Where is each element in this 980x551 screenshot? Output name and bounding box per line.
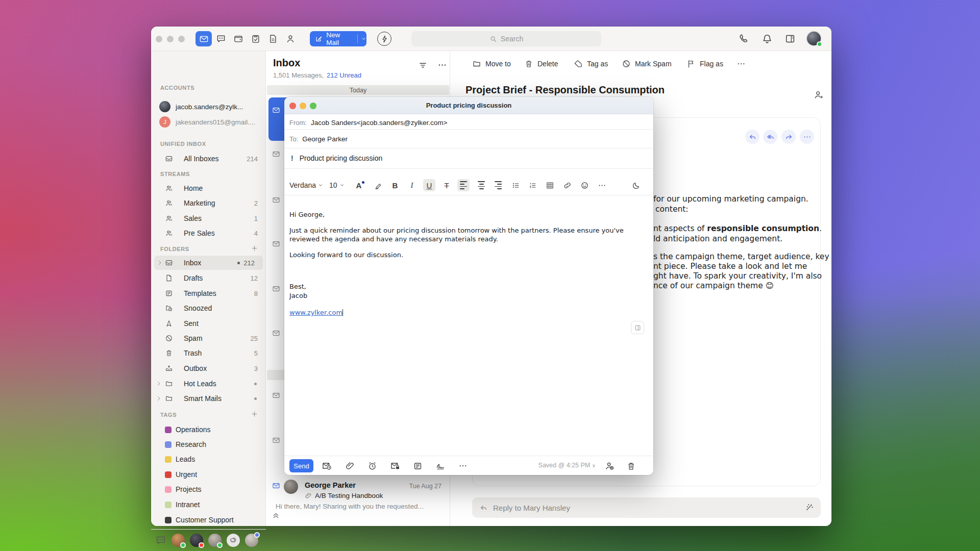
mail-icon[interactable] [272, 240, 280, 248]
sidebar-item-snoozed[interactable]: Snoozed [151, 302, 266, 315]
signature-button[interactable] [435, 460, 446, 471]
discard-draft-button[interactable] [625, 460, 636, 471]
mail-icon[interactable] [272, 196, 280, 204]
sidebar-item-marketing[interactable]: Marketing 2 [151, 196, 266, 210]
italic-button[interactable]: I [406, 179, 418, 191]
add-tag-button[interactable] [251, 410, 258, 418]
mail-icon[interactable] [272, 329, 280, 337]
signature-link[interactable]: www.zylker.com [289, 309, 342, 316]
notifications-button[interactable] [762, 33, 773, 44]
underline-button[interactable]: U [423, 179, 435, 191]
dock-avatar-3[interactable] [208, 534, 222, 547]
attachment-chip[interactable]: A/B Testing Handbook [305, 492, 383, 499]
tag-leads[interactable]: Leads [165, 453, 266, 466]
megaphone-dock-icon[interactable] [227, 534, 240, 547]
reading-pane-toggle-button[interactable] [785, 33, 796, 44]
chevron-down-icon[interactable] [361, 36, 366, 42]
wallet-tab-button[interactable] [232, 33, 244, 45]
quick-reply-input[interactable]: Reply to Mary Hansley [472, 497, 821, 518]
move-to-button[interactable]: Move to [472, 59, 511, 68]
secure-mail-button[interactable] [389, 460, 401, 471]
email-more-button[interactable] [800, 130, 814, 144]
font-family-select[interactable]: Verdana [289, 181, 323, 189]
documents-tab-button[interactable] [267, 33, 279, 45]
strikethrough-button[interactable]: T [440, 179, 453, 191]
tasks-tab-button[interactable] [250, 33, 262, 45]
contacts-tab-button[interactable] [284, 33, 297, 45]
priority-icon[interactable]: ! [291, 154, 293, 162]
chat-dock-icon[interactable] [155, 535, 166, 546]
sidebar-item-hot-leads[interactable]: Hot Leads [151, 377, 266, 390]
mail-icon[interactable] [272, 436, 280, 444]
emoji-button[interactable] [578, 179, 591, 191]
attach-file-button[interactable] [344, 460, 355, 471]
align-left-button[interactable] [457, 179, 470, 191]
sidebar-item-sales[interactable]: Sales 1 [151, 212, 266, 225]
minimize-window-button[interactable] [167, 36, 174, 42]
align-right-button[interactable] [492, 179, 504, 191]
zoom-compose-button[interactable] [310, 103, 316, 109]
collapse-button[interactable] [272, 511, 280, 519]
reply-button[interactable] [745, 130, 760, 144]
user-avatar[interactable] [807, 32, 821, 45]
tag-research[interactable]: Research [165, 438, 266, 451]
sidebar-item-pre-sales[interactable]: Pre Sales 4 [151, 227, 266, 240]
reminder-button[interactable] [366, 460, 378, 471]
to-row[interactable]: To: George Parker [289, 133, 348, 145]
chat-tab-button[interactable] [215, 33, 227, 45]
font-color-button[interactable]: A [354, 179, 366, 191]
sidebar-item-smart-mails[interactable]: Smart Mails [151, 392, 266, 405]
numbered-list-button[interactable] [526, 179, 538, 191]
dark-mode-button[interactable] [630, 179, 642, 191]
dock-avatar-2[interactable] [190, 534, 203, 547]
phone-button[interactable] [738, 33, 749, 44]
new-mail-button[interactable]: New Mail [310, 31, 366, 46]
schedule-send-button[interactable] [321, 460, 332, 471]
sidebar-item-all-inboxes[interactable]: All Inboxes 214 [151, 152, 266, 165]
tag-customer-support[interactable]: Customer Support [165, 513, 266, 527]
align-center-button[interactable] [475, 179, 487, 191]
forward-button[interactable] [781, 130, 796, 144]
bullet-list-button[interactable] [509, 179, 522, 191]
mail-tab-button[interactable] [195, 31, 212, 46]
sidebar-item-inbox[interactable]: Inbox 212 [154, 256, 263, 270]
compose-body-editor[interactable]: Hi George, Just a quick reminder about o… [289, 195, 648, 317]
chevron-right-icon[interactable] [157, 260, 163, 266]
chevron-right-icon[interactable] [156, 395, 162, 402]
magic-wand-icon[interactable] [804, 503, 814, 512]
from-row[interactable]: From: Jacob Sanders<jacob.sanders@zylker… [289, 116, 447, 129]
tag-projects[interactable]: Projects [165, 483, 266, 496]
reply-all-button[interactable] [763, 130, 777, 144]
sidebar-item-sent[interactable]: Sent [151, 317, 266, 330]
mail-icon[interactable] [272, 150, 280, 158]
tag-operations[interactable]: Operations [165, 423, 266, 436]
dock-avatar-4[interactable] [245, 534, 258, 547]
insert-table-button[interactable] [544, 179, 556, 191]
tag-urgent[interactable]: Urgent [165, 468, 266, 481]
tag-as-button[interactable]: Tag as [574, 59, 608, 68]
highlight-button[interactable] [372, 179, 384, 191]
sidebar-item-trash[interactable]: Trash 5 [151, 346, 266, 360]
font-size-select[interactable]: 10 [329, 181, 345, 189]
chevron-right-icon[interactable] [156, 381, 162, 387]
search-input[interactable]: Search [411, 31, 601, 46]
mark-spam-button[interactable]: Mark Spam [622, 59, 672, 68]
bold-button[interactable]: B [389, 179, 401, 191]
sidebar-account-gmail[interactable]: J jakesanders015@gmail.... [151, 115, 266, 129]
zoom-window-button[interactable] [178, 36, 185, 42]
subject-row[interactable]: ! Product pricing discussion [291, 152, 382, 164]
contact-card-button[interactable] [604, 460, 615, 471]
reader-view-button[interactable] [631, 321, 644, 334]
unread-count[interactable]: 212 Unread [327, 71, 361, 79]
share-contact-button[interactable] [813, 89, 824, 100]
send-button[interactable]: Send [289, 459, 313, 472]
sidebar-item-templates[interactable]: Templates 8 [151, 287, 266, 300]
close-compose-button[interactable] [289, 103, 296, 109]
sidebar-account-jacob[interactable]: jacob.sanders@zylk... [151, 100, 266, 113]
quick-actions-button[interactable] [377, 32, 391, 46]
footer-more-button[interactable] [457, 460, 469, 471]
add-folder-button[interactable] [251, 244, 258, 252]
sort-filter-button[interactable] [418, 60, 428, 70]
minimize-compose-button[interactable] [300, 103, 306, 109]
sidebar-item-spam[interactable]: Spam 25 [151, 332, 266, 345]
